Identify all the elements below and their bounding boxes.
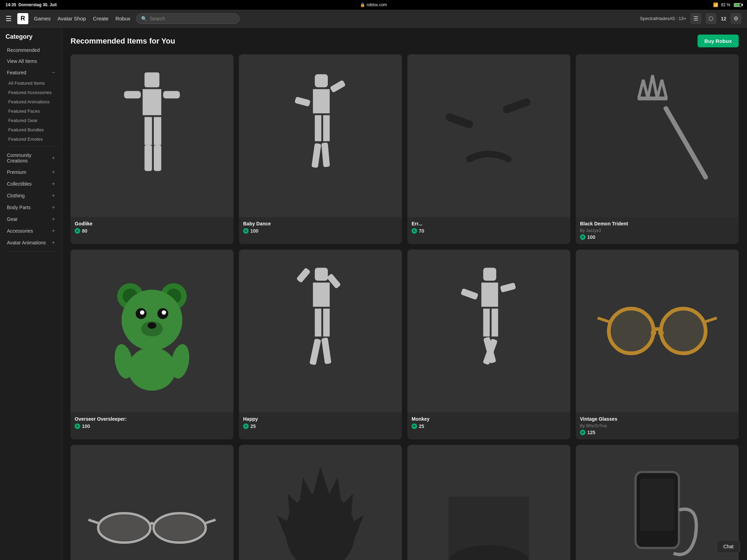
svg-marker-66 [312, 467, 329, 499]
sidebar-item-featured-accessories[interactable]: Featured Accessories [0, 88, 62, 97]
phone-svg [592, 461, 722, 560]
svg-rect-7 [154, 145, 162, 171]
svg-line-54 [706, 318, 717, 322]
svg-rect-11 [295, 96, 311, 106]
buy-robux-button[interactable]: Buy Robux [698, 35, 739, 47]
svg-rect-9 [313, 89, 330, 113]
svg-rect-41 [321, 338, 331, 364]
item-card-shadowed-head[interactable]: Shadowed Head [407, 445, 570, 560]
item-card-retro-sunglasses[interactable]: Retro Sunglasses [71, 445, 233, 560]
item-image-monkey [407, 250, 570, 412]
baby-dance-svg [255, 71, 386, 201]
item-creator-vintage-glasses: By WhoToTrus [580, 423, 735, 428]
item-image-overseer [71, 250, 233, 412]
sidebar-item-all-featured[interactable]: All Featured Items [0, 78, 62, 88]
item-info-overseer: Overseer Oversleeper: R 100 [71, 412, 233, 433]
roblox-logo[interactable]: R [17, 13, 28, 24]
main-content: Recommended Items for You Buy Robux [62, 28, 747, 560]
sidebar-item-collectibles[interactable]: Collectibles + [1, 178, 61, 190]
item-card-phone[interactable]: Phone accessory [576, 445, 739, 560]
hair-svg [255, 461, 386, 560]
sidebar-item-body-parts[interactable]: Body Parts + [1, 202, 61, 213]
body-parts-expand-icon: + [52, 204, 55, 211]
search-bar[interactable]: 🔍 [136, 13, 240, 24]
svg-rect-44 [500, 282, 516, 292]
status-right: 📶 82 % [713, 2, 741, 7]
item-card-trident[interactable]: Black Demon Trident By Jazzyx3 R 100 [576, 54, 739, 244]
robux-icon: R [580, 234, 585, 240]
sidebar-item-featured-faces[interactable]: Featured Faces [0, 106, 62, 116]
sidebar-item-community[interactable]: Community Creations + [1, 150, 61, 166]
svg-rect-15 [321, 142, 330, 167]
item-image-trident [576, 54, 739, 217]
svg-rect-39 [323, 309, 330, 337]
sidebar-item-featured-animations[interactable]: Featured Animations [0, 97, 62, 106]
sidebar-item-featured[interactable]: Featured − [1, 67, 61, 78]
nav-create[interactable]: Create [93, 14, 109, 23]
item-card-overseer[interactable]: Overseer Oversleeper: R 100 [71, 250, 233, 439]
item-card-baby-dance[interactable]: Baby Dance R 100 [239, 54, 402, 244]
svg-rect-47 [492, 309, 498, 337]
svg-rect-16 [444, 112, 474, 130]
item-card-monkey[interactable]: Monkey R 25 [407, 250, 570, 439]
item-image-err [407, 54, 570, 217]
nav-games[interactable]: Games [34, 14, 50, 23]
robux-icon: R [580, 430, 585, 435]
item-name-err: Err... [412, 221, 566, 227]
chat-button[interactable]: Chat [717, 540, 740, 553]
svg-rect-19 [638, 96, 667, 100]
item-price-monkey: R 25 [412, 423, 566, 429]
status-url: 🔒 roblox.com [360, 2, 387, 7]
svg-point-56 [663, 310, 704, 351]
svg-point-24 [122, 290, 183, 351]
item-card-beautiful-hair[interactable]: Beautiful Hair for [239, 445, 402, 560]
clothing-expand-icon: + [52, 193, 55, 199]
avatar-button[interactable]: ⬡ [706, 13, 717, 24]
sidebar-item-featured-gear[interactable]: Featured Gear [0, 116, 62, 125]
svg-point-30 [148, 323, 156, 329]
item-card-vintage-glasses[interactable]: Vintage Glasses By WhoToTrus R 125 [576, 250, 739, 439]
search-input[interactable] [150, 16, 234, 21]
premium-expand-icon: + [52, 169, 55, 175]
sidebar-item-clothing[interactable]: Clothing + [1, 190, 61, 202]
svg-line-64 [206, 520, 215, 523]
item-price-trident: R 100 [580, 234, 735, 240]
item-price-baby-dance: R 100 [243, 228, 398, 234]
item-card-happy[interactable]: Happy R 25 [239, 250, 402, 439]
hamburger-menu[interactable]: ☰ [6, 15, 12, 23]
item-card-err[interactable]: Err... R 70 [407, 54, 570, 244]
item-image-retro-sunglasses [71, 445, 233, 560]
sidebar-item-gear[interactable]: Gear + [1, 213, 61, 225]
item-card-godlike[interactable]: Godlike R 80 [71, 54, 233, 244]
sidebar-item-premium[interactable]: Premium + [1, 166, 61, 178]
sidebar-item-featured-emotes[interactable]: Featured Emotes [0, 134, 62, 144]
sidebar-item-recommended[interactable]: Recommended [1, 45, 61, 56]
sidebar-item-accessories[interactable]: Accessories + [1, 225, 61, 237]
item-price-overseer: R 100 [75, 423, 229, 429]
item-price-err: R 70 [412, 228, 566, 234]
item-name-happy: Happy [243, 416, 398, 422]
item-price-godlike: R 80 [75, 228, 229, 234]
status-bar: 14:35 Donnerstag 30. Juli 🔒 roblox.com 📶… [0, 0, 747, 10]
wifi-icon: 📶 [713, 2, 718, 7]
trident-svg [592, 71, 722, 201]
sidebar-item-avatar-animations[interactable]: Avatar Animations + [1, 237, 61, 249]
svg-point-31 [128, 347, 176, 391]
item-name-monkey: Monkey [412, 416, 566, 422]
head-svg [424, 461, 554, 560]
item-info-monkey: Monkey R 25 [407, 412, 570, 433]
nav-robux[interactable]: Robux [116, 14, 130, 23]
svg-rect-43 [481, 283, 498, 307]
nav-avatar-shop[interactable]: Avatar Shop [57, 14, 86, 23]
settings-button[interactable]: ⚙ [730, 13, 741, 24]
notifications-button[interactable]: ☰ [690, 13, 701, 24]
svg-rect-3 [163, 91, 180, 99]
svg-rect-6 [145, 145, 152, 171]
items-grid: Godlike R 80 [71, 54, 739, 560]
item-info-baby-dance: Baby Dance R 100 [239, 217, 402, 238]
item-creator-trident: By Jazzyx3 [580, 228, 735, 233]
robux-icon: R [243, 423, 249, 429]
sidebar-item-view-all[interactable]: View All Items [1, 56, 61, 67]
sidebar-item-featured-bundles[interactable]: Featured Bundles [0, 125, 62, 134]
robux-icon: R [412, 228, 417, 234]
